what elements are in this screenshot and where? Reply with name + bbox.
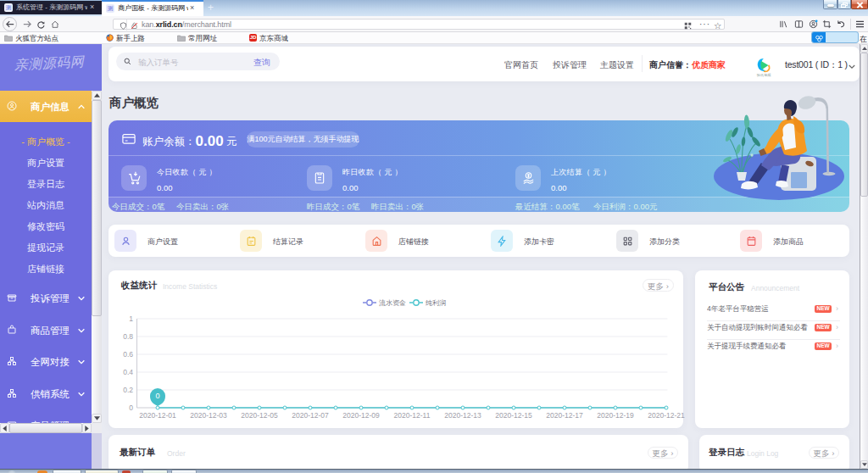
svg-text:2020-12-03: 2020-12-03 xyxy=(190,411,227,420)
svg-text:腾讯视频: 腾讯视频 xyxy=(757,73,772,77)
svg-text:2020-12-07: 2020-12-07 xyxy=(292,411,329,420)
svg-text:1: 1 xyxy=(129,314,133,323)
svg-text:2020-12-01: 2020-12-01 xyxy=(139,411,176,420)
svg-text:2020-12-15: 2020-12-15 xyxy=(495,411,532,420)
svg-text:流水资金: 流水资金 xyxy=(379,299,406,307)
svg-text:0: 0 xyxy=(155,392,159,400)
svg-text:2020-12-19: 2020-12-19 xyxy=(597,411,634,420)
svg-text:0: 0 xyxy=(129,403,133,412)
svg-text:2020-12-05: 2020-12-05 xyxy=(241,411,278,420)
svg-text:2020-12-17: 2020-12-17 xyxy=(546,411,583,420)
svg-text:2020-12-21: 2020-12-21 xyxy=(648,411,685,420)
svg-text:0.4: 0.4 xyxy=(123,368,133,376)
svg-text:0.8: 0.8 xyxy=(123,332,133,341)
svg-text:纯利润: 纯利润 xyxy=(426,299,446,307)
svg-text:2020-12-09: 2020-12-09 xyxy=(342,411,380,420)
svg-text:0.6: 0.6 xyxy=(123,350,133,359)
svg-text:2020-12-11: 2020-12-11 xyxy=(394,411,431,420)
svg-text:2020-12-13: 2020-12-13 xyxy=(444,411,481,420)
svg-text:0.2: 0.2 xyxy=(123,386,133,394)
